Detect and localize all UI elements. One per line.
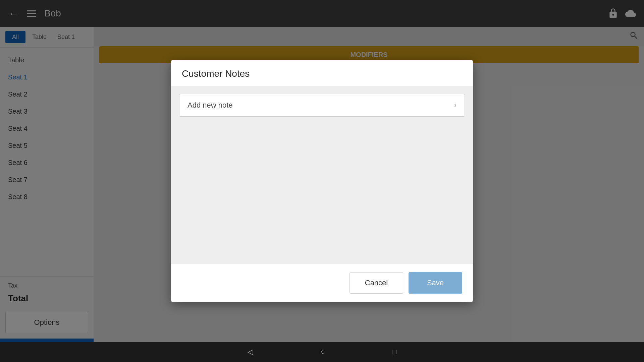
dialog-title: Customer Notes (182, 68, 462, 79)
save-button[interactable]: Save (409, 272, 462, 294)
nav-home-button[interactable]: ○ (320, 348, 325, 356)
customer-notes-dialog: Customer Notes Add new note › Cancel Sav… (171, 60, 473, 302)
add-note-row[interactable]: Add new note › (179, 94, 465, 117)
dialog-body: Add new note › (171, 86, 473, 264)
add-note-label: Add new note (187, 101, 454, 110)
dialog-header: Customer Notes (171, 60, 473, 86)
dialog-footer: Cancel Save (171, 264, 473, 302)
cancel-button[interactable]: Cancel (350, 272, 403, 294)
overlay: Customer Notes Add new note › Cancel Sav… (0, 0, 644, 362)
chevron-right-icon: › (454, 101, 457, 110)
nav-back-button[interactable]: ◁ (248, 348, 253, 356)
android-nav-bar: ◁ ○ □ (0, 342, 644, 362)
nav-recents-button[interactable]: □ (392, 348, 396, 356)
